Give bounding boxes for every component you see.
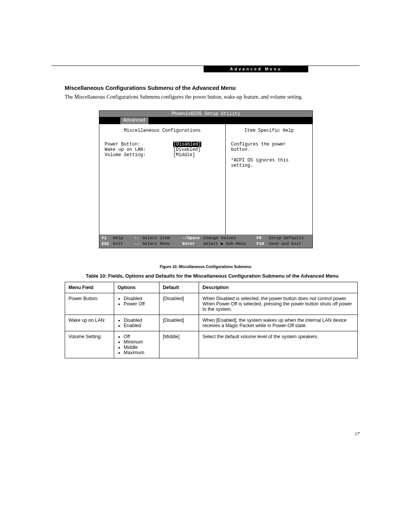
bios-right-title: Item Specific Help (231, 128, 307, 133)
bios-row-label: Wake up on LAN: (105, 147, 173, 152)
table-cell: DisabledPower Off (114, 293, 159, 315)
section-title: Miscellaneous Configurations Submenu of … (65, 85, 360, 91)
arrows-icon: ↑↓ (134, 235, 142, 241)
bios-key-label: Select Item (142, 235, 182, 241)
bios-row: Volume Setting: [Middle] (105, 152, 220, 158)
table-cell: DisabledEnabled (114, 315, 159, 331)
table-row: Power Button:DisabledPower Off[Disabled]… (65, 293, 358, 315)
bios-key-f9: F9 (256, 235, 269, 241)
list-item: Maximum (124, 350, 156, 355)
bios-key-label: Save and Exit (269, 241, 301, 247)
bios-key-label: Exit (113, 241, 134, 247)
table-cell: OffMinimumMiddleMaximum (114, 331, 159, 358)
table-title: Table 10: Fields, Options and Defaults f… (65, 273, 360, 279)
table-cell: Power Button: (65, 293, 114, 315)
table-cell: Select the default volume level of the s… (199, 331, 358, 358)
list-item: Power Off (124, 301, 156, 307)
table-header: Default (159, 282, 199, 293)
figure-caption: Figure 10. Miscellaneous Configurations … (0, 265, 411, 269)
table-header: Description (199, 282, 358, 293)
bios-row-value: [Disabled] (173, 147, 201, 152)
bios-key-f10: F10 (256, 241, 269, 247)
fields-table: Menu Field Options Default Description P… (65, 282, 358, 358)
bios-key-label: Change Values (203, 235, 256, 241)
table-row: Volume Setting:OffMinimumMiddleMaximum[M… (65, 331, 358, 358)
list-item: Enabled (124, 323, 156, 328)
bios-key-enter: Enter (182, 241, 203, 247)
bios-key-space: -/Space (182, 235, 203, 241)
table-cell: Wake up on LAN: (65, 315, 114, 331)
table-row: Wake up on LAN:DisabledEnabled[Disabled]… (65, 315, 358, 331)
bios-left-title: Miscellaneous Configurations (105, 128, 220, 133)
bios-key-f1: F1 (102, 235, 113, 241)
table-cell: Volume Setting: (65, 331, 114, 358)
bios-tab-row: Advanced (99, 117, 312, 124)
arrows-icon: ←→ (134, 241, 142, 247)
table-header: Menu Field (65, 282, 114, 293)
list-item: Disabled (124, 318, 156, 323)
bios-row: Wake up on LAN: [Disabled] (105, 147, 220, 152)
table-cell: When [Enabled], the system wakes up when… (199, 315, 358, 331)
list-item: Off (124, 334, 156, 339)
page-number: 17 (355, 431, 360, 437)
list-item: Minimum (124, 339, 156, 345)
bios-footer: F1 Help ↑↓ Select Item -/Space Change Va… (99, 235, 312, 248)
bios-key-esc: ESC (102, 241, 113, 247)
bios-key-label: Select Menu (142, 241, 182, 247)
bios-row: Power Button: [Disabled] (105, 142, 220, 147)
bios-row-label: Volume Setting: (105, 152, 173, 158)
header-badge: Advanced Menu (204, 66, 308, 72)
bios-key-label: Setup Defaults (269, 235, 304, 241)
bios-tab-advanced: Advanced (120, 117, 149, 124)
list-item: Disabled (124, 296, 156, 301)
bios-row-label: Power Button: (105, 142, 173, 147)
bios-right-pane: Item Specific Help Configures the power … (226, 124, 312, 235)
bios-title: PhoenixBIOS Setup Utility (99, 111, 312, 117)
bios-row-value: [Disabled] (173, 142, 201, 147)
table-cell: [Disabled] (159, 315, 199, 331)
section-intro: The Miscellaneous Configurations Submenu… (65, 94, 360, 100)
table-cell: [Disabled] (159, 293, 199, 315)
table-cell: [Middle] (159, 331, 199, 358)
table-header: Options (114, 282, 159, 293)
bios-key-label: Help (113, 235, 134, 241)
table-cell: When Disabled is selected, the power but… (199, 293, 358, 315)
bios-row-value: [Middle] (173, 152, 195, 158)
bios-screenshot: PhoenixBIOS Setup Utility Advanced Misce… (99, 110, 313, 248)
list-item: Middle (124, 345, 156, 350)
bios-help-text: Configures the power button. *ACPI OS ig… (231, 142, 307, 168)
bios-left-pane: Miscellaneous Configurations Power Butto… (99, 124, 226, 235)
bios-key-label: Select ▶ Sub-Menu (203, 241, 256, 247)
